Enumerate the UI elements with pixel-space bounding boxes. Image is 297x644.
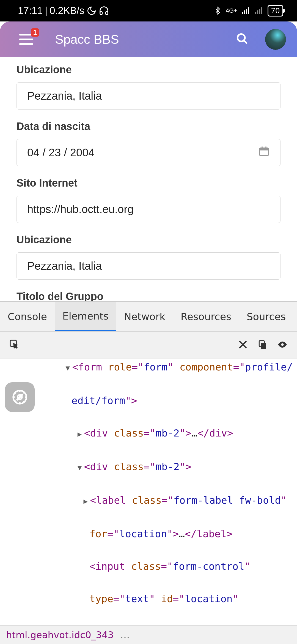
bluetooth-icon [214, 6, 222, 15]
location-input[interactable]: Pezzania, Italia [16, 82, 280, 110]
moon-icon [87, 6, 97, 16]
svg-line-1 [244, 40, 247, 44]
devtools-panel: Console Elements Network Resources Sourc… [0, 301, 297, 644]
svg-rect-9 [261, 343, 266, 349]
copy-icon[interactable] [257, 339, 268, 351]
tab-info[interactable]: Info [293, 302, 297, 331]
location-label: Ubicazione [16, 64, 280, 76]
svg-point-0 [238, 34, 245, 42]
avatar[interactable] [265, 29, 286, 50]
svg-point-11 [281, 343, 284, 346]
notification-badge: 1 [31, 28, 39, 37]
search-icon[interactable] [236, 32, 265, 46]
calendar-icon[interactable] [258, 146, 270, 160]
settings-overlay-button[interactable] [5, 382, 35, 412]
battery-indicator: 70 [268, 5, 283, 17]
dob-label: Data di nascita [16, 121, 280, 132]
inspect-icon[interactable] [9, 339, 20, 351]
tab-resources[interactable]: Resources [173, 302, 239, 331]
app-title: Spacc BBS [55, 32, 236, 47]
signal-2-icon [254, 7, 264, 15]
menu-button[interactable]: 1 [19, 34, 33, 45]
website-input[interactable]: https://hub.octt.eu.org [16, 196, 280, 223]
tab-sources[interactable]: Sources [239, 302, 293, 331]
signal-icon [241, 7, 251, 15]
close-icon[interactable] [238, 339, 248, 351]
tab-elements[interactable]: Elements [55, 302, 116, 331]
network-type: 4G+ [226, 8, 237, 14]
group-title-label: Titolo del Gruppo [16, 291, 280, 302]
profile-form: Ubicazione Pezzania, Italia Data di nasc… [0, 57, 297, 302]
status-time: 17:11 [18, 5, 43, 17]
location2-label: Ubicazione [16, 234, 280, 246]
tab-console[interactable]: Console [0, 302, 55, 331]
location2-input[interactable]: Pezzania, Italia [16, 252, 280, 280]
headphones-icon [99, 6, 109, 16]
status-speed: 0.2KB/s [50, 5, 84, 17]
dob-input[interactable]: 04 / 23 / 2004 [16, 139, 280, 166]
app-header: 1 Spacc BBS [0, 21, 297, 57]
elements-tree[interactable]: ▼<form role="form" component="profile/ e… [0, 359, 297, 625]
website-label: Sito Internet [16, 177, 280, 189]
tab-network[interactable]: Network [116, 302, 173, 331]
svg-rect-3 [260, 148, 268, 151]
devtools-toolbar [0, 331, 297, 359]
eye-icon[interactable] [277, 339, 288, 351]
devtools-tabs: Console Elements Network Resources Sourc… [0, 302, 297, 331]
status-bar: 17:11 | 0.2KB/s 4G+ 70 [0, 0, 297, 21]
devtools-breadcrumb[interactable]: html.geahvot.idc0_343 … [0, 625, 297, 644]
